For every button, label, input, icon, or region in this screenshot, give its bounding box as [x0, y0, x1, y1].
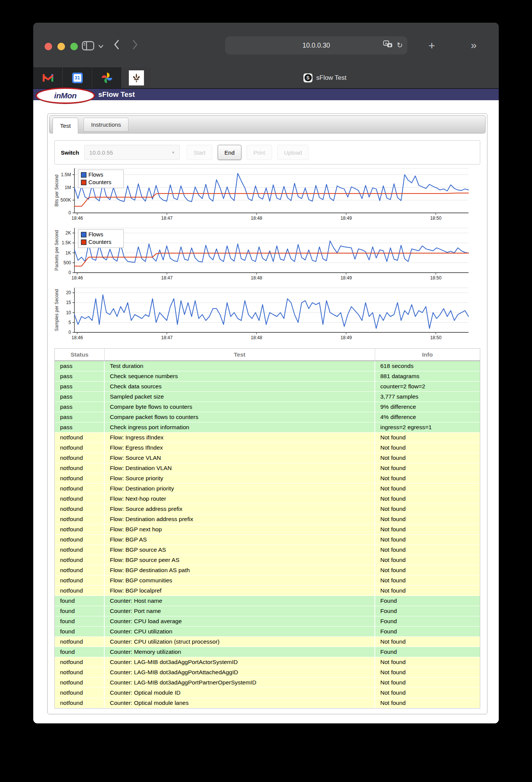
table-row: notfoundFlow: Ingress ifIndexNot found: [55, 433, 480, 443]
table-row: passTest duration618 seconds: [55, 361, 480, 371]
tabs-widget: Test Instructions Switch 10.0.0.55 ▼: [47, 113, 487, 714]
table-row: notfoundFlow: Next-hop routerNot found: [55, 494, 480, 504]
table-row: notfoundFlow: Destination address prefix…: [55, 514, 480, 524]
svg-text:Counters: Counters: [88, 239, 111, 245]
svg-text:1.5M: 1.5M: [61, 172, 71, 177]
translate-icon[interactable]: A ✱: [383, 40, 393, 50]
table-row: notfoundCounter: LAG-MIB dot3adAggPortPa…: [55, 678, 480, 688]
svg-text:18:47: 18:47: [161, 216, 173, 221]
browser-toolbar: 10.0.0.30 A ✱ ↻ + »: [33, 23, 499, 67]
table-row: passCompare byte flows to counters9% dif…: [55, 402, 480, 412]
table-row: foundCounter: Port nameFound: [55, 606, 480, 616]
test-header: Test: [105, 349, 375, 361]
table-row: foundCounter: Memory utilizationFound: [55, 647, 480, 657]
table-row: passSampled packet size3,777 samples: [55, 392, 480, 402]
svg-text:18:49: 18:49: [340, 216, 352, 221]
table-row: notfoundFlow: Source VLANNot found: [55, 453, 480, 463]
svg-text:18:49: 18:49: [340, 335, 352, 340]
table-header-row: Status Test Info: [55, 349, 480, 361]
info-header: Info: [375, 349, 480, 361]
reload-icon[interactable]: ↻: [397, 41, 403, 50]
samples-per-second-svg: 0510152018:4618:4718:4818:4918:50Samples…: [54, 286, 480, 344]
svg-text:0: 0: [68, 330, 71, 335]
table-row: notfoundFlow: BGP source ASNot found: [55, 545, 480, 555]
switch-box: Switch 10.0.0.55 ▼ Start End Print Uploa…: [54, 140, 480, 164]
svg-text:18:47: 18:47: [161, 275, 173, 281]
back-button[interactable]: [113, 39, 119, 53]
chevron-down-icon[interactable]: [98, 43, 104, 50]
inmon-logo-text: inMon: [54, 91, 76, 100]
pinned-tab-gmail[interactable]: [33, 67, 63, 88]
page-header: inMon sFlow Test: [33, 89, 499, 100]
svg-text:18:48: 18:48: [251, 275, 262, 281]
svg-text:Flows: Flows: [88, 171, 103, 178]
switch-select[interactable]: 10.0.0.55 ▼: [84, 145, 180, 160]
switch-label: Switch: [61, 149, 79, 156]
table-row: passCompare packet flows to counters4% d…: [55, 412, 480, 422]
results-table-body: passTest duration618 secondspassCheck se…: [55, 361, 480, 708]
table-row: notfoundCounter: CPU utilization (struct…: [55, 637, 480, 647]
url-text: 10.0.0.30: [303, 42, 330, 50]
address-bar[interactable]: 10.0.0.30 A ✱ ↻: [225, 36, 407, 54]
table-row: notfoundCounter: LAG-MIB dot3adAggPortAt…: [55, 667, 480, 678]
show-more-tabs-icon[interactable]: »: [471, 39, 477, 51]
forward-button[interactable]: [132, 39, 138, 53]
svg-text:Counters: Counters: [88, 179, 111, 185]
end-button[interactable]: End: [218, 145, 241, 160]
pinned-tab-calendar[interactable]: 31: [63, 67, 92, 88]
pinned-tab-photos[interactable]: [92, 67, 122, 88]
window-controls: [45, 43, 78, 50]
table-row: notfoundFlow: Egress IfIndexNot found: [55, 443, 480, 453]
table-row: notfoundFlow: BGP source peer ASNot foun…: [55, 555, 480, 565]
new-tab-button[interactable]: +: [428, 39, 435, 52]
tab-test[interactable]: Test: [53, 118, 78, 133]
svg-text:0: 0: [68, 270, 71, 275]
svg-text:18:50: 18:50: [430, 335, 441, 340]
start-button[interactable]: Start: [187, 145, 212, 160]
svg-text:1M: 1M: [65, 185, 71, 190]
test-panel: Switch 10.0.0.55 ▼ Start End Print Uploa…: [49, 133, 486, 712]
close-window-button[interactable]: [45, 43, 52, 50]
svg-text:500: 500: [63, 260, 71, 265]
svg-text:18:46: 18:46: [71, 275, 83, 281]
table-row: notfoundFlow: Source address prefixNot f…: [55, 504, 480, 514]
svg-text:Flows: Flows: [88, 231, 103, 237]
select-arrow-icon: ▼: [171, 151, 175, 155]
svg-text:500K: 500K: [60, 197, 71, 203]
zoom-window-button[interactable]: [70, 43, 78, 50]
print-button[interactable]: Print: [247, 145, 272, 160]
minimize-window-button[interactable]: [57, 43, 65, 50]
bits-per-second-svg: 0500K1M1.5M18:4618:4718:4818:4918:50Bits…: [54, 167, 480, 224]
table-row: notfoundFlow: Destination priorityNot fo…: [55, 484, 480, 494]
svg-text:2K: 2K: [65, 230, 71, 236]
status-header: Status: [55, 349, 105, 361]
pinned-tab-scouting[interactable]: [122, 67, 151, 88]
sidebar-icon[interactable]: [82, 41, 94, 52]
svg-text:18:48: 18:48: [251, 216, 262, 221]
gmail-icon: [42, 72, 54, 84]
svg-text:20: 20: [66, 290, 71, 295]
browser-window: 10.0.0.30 A ✱ ↻ + »: [33, 23, 499, 723]
table-row: passCheck sequence numbers881 datagrams: [55, 371, 480, 382]
packets-per-second-svg: 05001K1.5K2K18:4618:4718:4818:4918:50Pac…: [54, 227, 480, 284]
svg-text:A: A: [385, 42, 388, 45]
svg-text:1.5K: 1.5K: [62, 240, 71, 245]
active-tab-title: sFlow Test: [316, 74, 346, 82]
svg-text:✱: ✱: [388, 44, 391, 47]
packets-per-second-chart: 05001K1.5K2K18:4618:4718:4818:4918:50Pac…: [54, 227, 480, 284]
svg-text:Samples per Second: Samples per Second: [54, 289, 59, 331]
tab-instructions[interactable]: Instructions: [84, 118, 128, 132]
table-row: passCheck data sourcescounter=2 flow=2: [55, 382, 480, 392]
svg-text:18:47: 18:47: [161, 335, 173, 340]
active-tab[interactable]: S sFlow Test: [151, 67, 499, 88]
switch-select-value: 10.0.0.55: [89, 149, 113, 156]
table-row: notfoundCounter: Optical module lanesNot…: [55, 698, 480, 708]
table-row: notfoundCounter: LAG-MIB dot3adAggPortAc…: [55, 657, 480, 667]
samples-per-second-chart: 0510152018:4618:4718:4818:4918:50Samples…: [54, 286, 480, 344]
table-row: foundCounter: Host nameFound: [55, 596, 480, 606]
results-table: Status Test Info passTest duration618 se…: [54, 348, 480, 709]
table-row: notfoundFlow: BGP localprefNot found: [55, 586, 480, 596]
upload-button[interactable]: Upload: [277, 145, 309, 160]
svg-text:Bits per Second: Bits per Second: [54, 175, 59, 207]
table-row: notfoundFlow: Source priorityNot found: [55, 473, 480, 484]
